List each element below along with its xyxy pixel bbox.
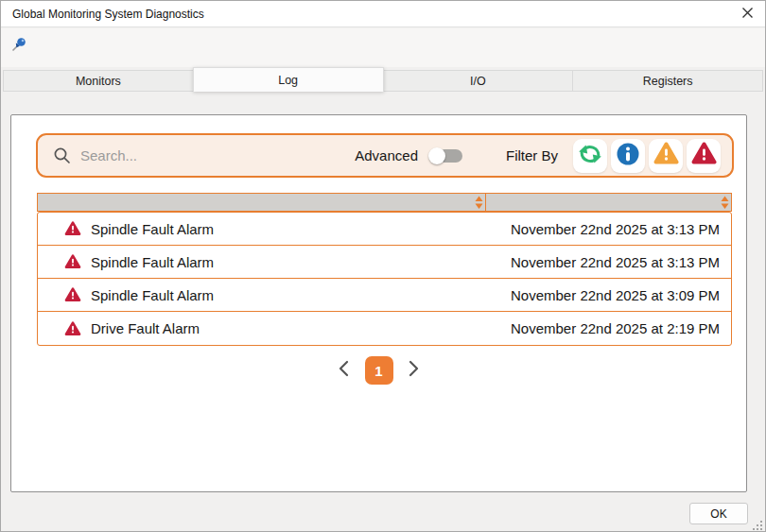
pushpin-icon	[10, 36, 27, 57]
event-label: Spindle Fault Alarm	[91, 287, 214, 303]
event-timestamp: November 22nd 2025 at 3:13 PM	[511, 221, 720, 237]
resize-grip[interactable]	[752, 518, 763, 529]
tab-io-label: I/O	[470, 75, 486, 88]
tab-log[interactable]: Log	[193, 67, 384, 92]
toolbar	[1, 28, 765, 67]
column-header-timestamp[interactable]	[486, 194, 731, 211]
diagnostics-window: { "window": { "title": "Global Monitorin…	[0, 0, 766, 532]
close-button[interactable]	[737, 5, 757, 24]
event-label: Spindle Fault Alarm	[91, 221, 214, 237]
warning-icon	[653, 142, 679, 169]
filter-alarm-button[interactable]	[687, 139, 721, 173]
advanced-toggle[interactable]	[428, 147, 462, 164]
tab-log-label: Log	[278, 74, 298, 87]
tab-io[interactable]: I/O	[383, 70, 574, 92]
alarm-triangle-icon	[64, 221, 81, 236]
pin-button[interactable]	[8, 35, 30, 58]
event-timestamp: November 22nd 2025 at 3:13 PM	[511, 254, 720, 270]
filter-by-label: Filter By	[506, 147, 558, 163]
title-bar: Global Monitoring System Diagnostics	[1, 1, 765, 27]
sort-arrows-icon	[475, 196, 483, 210]
chevron-right-icon	[409, 360, 419, 381]
table-row[interactable]: Spindle Fault Alarm November 22nd 2025 a…	[38, 246, 731, 279]
tab-registers[interactable]: Registers	[572, 70, 763, 92]
tab-monitors-label: Monitors	[76, 75, 121, 88]
event-label: Spindle Fault Alarm	[91, 254, 214, 270]
event-label: Drive Fault Alarm	[91, 320, 200, 336]
tab-registers-label: Registers	[643, 75, 693, 88]
search-bar: Advanced Filter By	[36, 133, 734, 178]
refresh-icon	[578, 142, 602, 170]
log-table-header	[37, 193, 732, 212]
page-button[interactable]: 1	[365, 356, 393, 385]
search-icon	[53, 146, 71, 164]
tab-monitors[interactable]: Monitors	[3, 70, 194, 92]
search-input[interactable]	[80, 147, 355, 163]
prev-page-button[interactable]	[335, 359, 354, 382]
filter-warning-button[interactable]	[649, 139, 683, 173]
filter-info-button[interactable]	[611, 139, 645, 173]
table-row[interactable]: Drive Fault Alarm November 22nd 2025 at …	[38, 312, 731, 345]
event-timestamp: November 22nd 2025 at 2:19 PM	[511, 320, 720, 336]
event-timestamp: November 22nd 2025 at 3:09 PM	[511, 287, 720, 303]
alarm-triangle-icon	[64, 254, 81, 269]
alarm-icon	[691, 142, 717, 169]
pagination: 1	[11, 356, 746, 385]
alarm-triangle-icon	[64, 287, 81, 302]
column-header-event[interactable]	[38, 194, 486, 211]
alarm-triangle-icon	[64, 321, 81, 336]
advanced-label: Advanced	[355, 147, 418, 163]
info-icon	[616, 142, 640, 170]
chevron-left-icon	[339, 360, 349, 381]
toggle-knob	[428, 147, 445, 164]
close-icon	[741, 6, 754, 23]
table-row[interactable]: Spindle Fault Alarm November 22nd 2025 a…	[38, 279, 731, 312]
tab-strip: Monitors Log I/O Registers	[3, 67, 763, 92]
next-page-button[interactable]	[405, 359, 424, 382]
sort-arrows-icon	[721, 196, 729, 210]
ok-button[interactable]: OK	[689, 503, 748, 524]
table-row[interactable]: Spindle Fault Alarm November 22nd 2025 a…	[38, 213, 731, 246]
window-title: Global Monitoring System Diagnostics	[12, 1, 204, 27]
log-table-body: Spindle Fault Alarm November 22nd 2025 a…	[37, 212, 732, 346]
filter-refresh-button[interactable]	[573, 139, 607, 173]
log-panel: Advanced Filter By	[10, 114, 747, 492]
